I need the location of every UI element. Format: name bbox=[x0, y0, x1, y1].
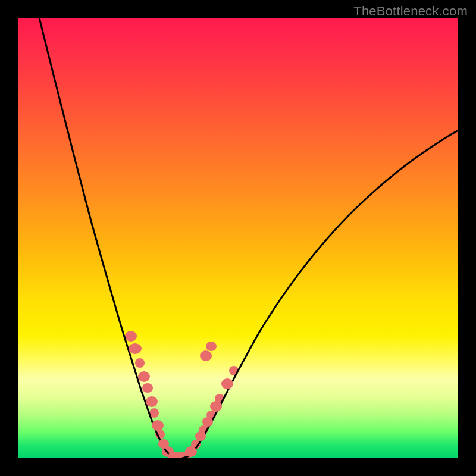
data-dot bbox=[206, 342, 217, 351]
data-dot bbox=[152, 420, 164, 431]
data-dot bbox=[202, 417, 213, 427]
chart-svg bbox=[18, 18, 458, 458]
data-dot bbox=[185, 446, 197, 457]
data-dot bbox=[129, 343, 142, 354]
data-dot bbox=[221, 378, 233, 389]
data-dot bbox=[142, 383, 153, 393]
data-dot bbox=[195, 431, 206, 441]
data-dot bbox=[210, 401, 222, 412]
data-dot bbox=[158, 439, 169, 449]
data-dot bbox=[125, 331, 137, 342]
chart-frame: TheBottleneck.com bbox=[0, 0, 476, 476]
data-dot bbox=[138, 371, 150, 382]
watermark-text: TheBottleneck.com bbox=[353, 4, 468, 19]
data-dot bbox=[146, 396, 158, 407]
plot-area bbox=[18, 18, 458, 458]
data-dot bbox=[200, 350, 212, 361]
bottleneck-curve bbox=[39, 18, 458, 458]
data-dot bbox=[135, 358, 145, 368]
